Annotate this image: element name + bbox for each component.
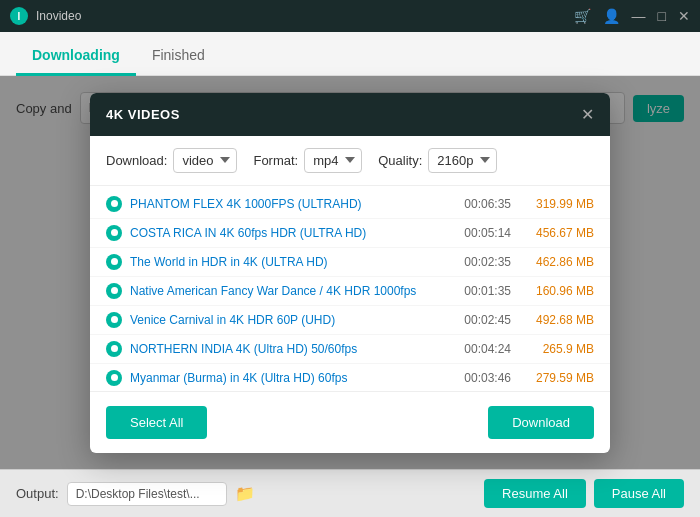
- tab-downloading[interactable]: Downloading: [16, 37, 136, 76]
- video-size: 462.86 MB: [519, 255, 594, 269]
- radio-inner: [111, 287, 118, 294]
- output-label: Output:: [16, 486, 59, 501]
- modal-header: 4K VIDEOS ✕: [90, 93, 610, 136]
- video-size: 319.99 MB: [519, 197, 594, 211]
- download-label: Download:: [106, 153, 167, 168]
- bottom-bar: Output: D:\Desktop Files\test\... 📁 Resu…: [0, 469, 700, 517]
- modal-footer: Select All Download: [90, 391, 610, 453]
- app-container: Downloading Finished Copy and lyze 4K VI…: [0, 32, 700, 517]
- video-size: 160.96 MB: [519, 284, 594, 298]
- list-item[interactable]: Myanmar (Burma) in 4K (Ultra HD) 60fps 0…: [90, 364, 610, 391]
- format-select[interactable]: mp4 mkv avi mov: [304, 148, 362, 173]
- folder-icon[interactable]: 📁: [235, 484, 255, 503]
- modal-controls: Download: video audio Format: mp4 mkv av…: [90, 136, 610, 186]
- list-item[interactable]: COSTA RICA IN 4K 60fps HDR (ULTRA HD) 00…: [90, 219, 610, 248]
- app-logo: I: [10, 7, 28, 25]
- video-duration: 00:05:14: [456, 226, 511, 240]
- video-duration: 00:03:46: [456, 371, 511, 385]
- video-size: 456.67 MB: [519, 226, 594, 240]
- format-control-group: Format: mp4 mkv avi mov: [253, 148, 362, 173]
- video-title: COSTA RICA IN 4K 60fps HDR (ULTRA HD): [130, 226, 448, 240]
- radio-circle: [106, 196, 122, 212]
- radio-circle: [106, 312, 122, 328]
- video-title: NORTHERN INDIA 4K (Ultra HD) 50/60fps: [130, 342, 448, 356]
- list-item[interactable]: Venice Carnival in 4K HDR 60P (UHD) 00:0…: [90, 306, 610, 335]
- output-path: D:\Desktop Files\test\...: [67, 482, 227, 506]
- video-size: 492.68 MB: [519, 313, 594, 327]
- pause-all-button[interactable]: Pause All: [594, 479, 684, 508]
- radio-inner: [111, 374, 118, 381]
- cart-icon[interactable]: 🛒: [574, 8, 591, 24]
- minimize-icon[interactable]: —: [632, 8, 646, 24]
- radio-circle: [106, 283, 122, 299]
- video-duration: 00:04:24: [456, 342, 511, 356]
- maximize-icon[interactable]: □: [658, 8, 666, 24]
- content-area: Copy and lyze 4K VIDEOS ✕ Download:: [0, 76, 700, 469]
- video-title: The World in HDR in 4K (ULTRA HD): [130, 255, 448, 269]
- list-item[interactable]: Native American Fancy War Dance / 4K HDR…: [90, 277, 610, 306]
- video-duration: 00:01:35: [456, 284, 511, 298]
- radio-inner: [111, 316, 118, 323]
- radio-circle: [106, 225, 122, 241]
- video-size: 265.9 MB: [519, 342, 594, 356]
- quality-label: Quality:: [378, 153, 422, 168]
- modal-title: 4K VIDEOS: [106, 107, 180, 122]
- user-icon[interactable]: 👤: [603, 8, 620, 24]
- video-title: PHANTOM FLEX 4K 1000FPS (ULTRAHD): [130, 197, 448, 211]
- radio-circle: [106, 254, 122, 270]
- video-list: PHANTOM FLEX 4K 1000FPS (ULTRAHD) 00:06:…: [90, 186, 610, 391]
- modal-close-button[interactable]: ✕: [581, 105, 595, 124]
- radio-inner: [111, 200, 118, 207]
- format-label: Format:: [253, 153, 298, 168]
- download-select[interactable]: video audio: [173, 148, 237, 173]
- modal-overlay: 4K VIDEOS ✕ Download: video audio Format…: [0, 76, 700, 469]
- title-bar-left: I Inovideo: [10, 7, 81, 25]
- list-item[interactable]: PHANTOM FLEX 4K 1000FPS (ULTRAHD) 00:06:…: [90, 190, 610, 219]
- video-duration: 00:02:45: [456, 313, 511, 327]
- title-bar-controls: 🛒 👤 — □ ✕: [574, 8, 690, 24]
- bottom-buttons: Resume All Pause All: [484, 479, 684, 508]
- list-item[interactable]: The World in HDR in 4K (ULTRA HD) 00:02:…: [90, 248, 610, 277]
- radio-inner: [111, 345, 118, 352]
- list-item[interactable]: NORTHERN INDIA 4K (Ultra HD) 50/60fps 00…: [90, 335, 610, 364]
- modal-4k-videos: 4K VIDEOS ✕ Download: video audio Format…: [90, 93, 610, 453]
- close-icon[interactable]: ✕: [678, 8, 690, 24]
- download-button[interactable]: Download: [488, 406, 594, 439]
- video-duration: 00:06:35: [456, 197, 511, 211]
- radio-circle: [106, 370, 122, 386]
- download-control-group: Download: video audio: [106, 148, 237, 173]
- video-title: Venice Carnival in 4K HDR 60P (UHD): [130, 313, 448, 327]
- radio-circle: [106, 341, 122, 357]
- quality-control-group: Quality: 2160p 1080p 720p 480p 360p: [378, 148, 497, 173]
- video-size: 279.59 MB: [519, 371, 594, 385]
- resume-all-button[interactable]: Resume All: [484, 479, 586, 508]
- app-name: Inovideo: [36, 9, 81, 23]
- tab-bar: Downloading Finished: [0, 32, 700, 76]
- video-title: Myanmar (Burma) in 4K (Ultra HD) 60fps: [130, 371, 448, 385]
- radio-inner: [111, 258, 118, 265]
- select-all-button[interactable]: Select All: [106, 406, 207, 439]
- video-title: Native American Fancy War Dance / 4K HDR…: [130, 284, 448, 298]
- video-duration: 00:02:35: [456, 255, 511, 269]
- tab-finished[interactable]: Finished: [136, 37, 221, 76]
- radio-inner: [111, 229, 118, 236]
- title-bar: I Inovideo 🛒 👤 — □ ✕: [0, 0, 700, 32]
- quality-select[interactable]: 2160p 1080p 720p 480p 360p: [428, 148, 497, 173]
